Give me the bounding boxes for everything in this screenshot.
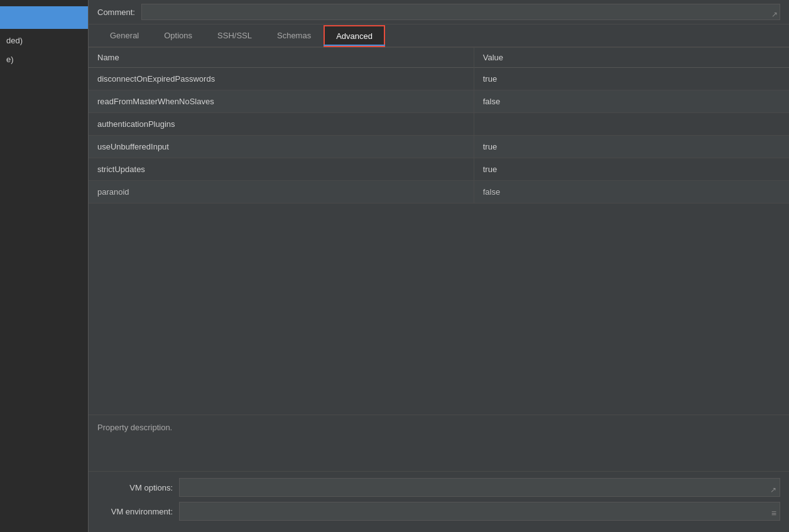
vm-environment-input[interactable]	[179, 502, 780, 521]
vm-environment-label: VM environment:	[97, 507, 173, 516]
cell-name: disconnectOnExpiredPasswords	[89, 68, 474, 90]
cell-value: false	[474, 90, 789, 113]
cell-name: strictUpdates	[89, 158, 474, 181]
cell-value: false	[474, 181, 789, 204]
cell-name: readFromMasterWhenNoSlaves	[89, 90, 474, 113]
vm-environment-doc-icon[interactable]: ≡	[771, 509, 776, 518]
vm-options-expand-icon[interactable]: ↗	[770, 486, 776, 494]
table-row[interactable]: readFromMasterWhenNoSlavesfalse	[89, 90, 789, 113]
sidebar: ded) e)	[0, 0, 88, 532]
vm-environment-input-wrapper: ≡	[179, 502, 780, 521]
table-row[interactable]: paranoidfalse	[89, 181, 789, 204]
tab-advanced-wrapper: Advanced	[324, 25, 385, 46]
comment-label: Comment:	[97, 8, 135, 17]
vm-options-input-wrapper: ↗	[179, 478, 780, 497]
sidebar-text-2: e)	[0, 50, 88, 69]
vm-environment-row: VM environment: ≡	[97, 502, 780, 521]
table-row[interactable]: disconnectOnExpiredPasswordstrue	[89, 68, 789, 90]
cell-value: true	[474, 158, 789, 181]
description-area: Property description.	[89, 415, 789, 472]
col-header-value: Value	[474, 48, 789, 68]
vm-options-area: VM options: ↗ VM environment: ≡	[89, 472, 789, 532]
cell-value	[474, 113, 789, 136]
sidebar-text-1: ded)	[0, 31, 88, 50]
tab-advanced[interactable]: Advanced	[324, 25, 385, 47]
comment-expand-icon[interactable]: ↗	[771, 11, 778, 18]
tab-sshssl[interactable]: SSH/SSL	[205, 24, 264, 46]
tabs-row: General Options SSH/SSL Schemas Advanced	[89, 24, 789, 48]
comment-input[interactable]	[141, 4, 780, 20]
tab-schemas[interactable]: Schemas	[264, 24, 324, 46]
cell-value: true	[474, 68, 789, 90]
tab-general[interactable]: General	[97, 24, 151, 46]
cell-name: useUnbufferedInput	[89, 136, 474, 158]
properties-table: Name Value disconnectOnExpiredPasswordst…	[89, 48, 789, 204]
table-body: disconnectOnExpiredPasswordstruereadFrom…	[89, 68, 789, 204]
comment-input-wrapper: ↗	[141, 4, 780, 20]
table-header-row: Name Value	[89, 48, 789, 68]
description-text: Property description.	[97, 423, 172, 432]
cell-name: authenticationPlugins	[89, 113, 474, 136]
cell-value: true	[474, 136, 789, 158]
vm-options-row: VM options: ↗	[97, 478, 780, 497]
tab-options[interactable]: Options	[151, 24, 205, 46]
comment-row: Comment: ↗	[89, 0, 789, 24]
vm-options-label: VM options:	[97, 483, 173, 492]
tab-advanced-underline	[324, 45, 385, 46]
table-row[interactable]: strictUpdatestrue	[89, 158, 789, 181]
cell-name: paranoid	[89, 181, 474, 204]
sidebar-blue-item[interactable]	[0, 6, 88, 29]
col-header-name: Name	[89, 48, 474, 68]
table-row[interactable]: authenticationPlugins	[89, 113, 789, 136]
vm-options-input[interactable]	[179, 478, 780, 497]
properties-table-container: Name Value disconnectOnExpiredPasswordst…	[89, 48, 789, 415]
table-row[interactable]: useUnbufferedInputtrue	[89, 136, 789, 158]
main-panel: Comment: ↗ General Options SSH/SSL Schem…	[88, 0, 789, 532]
